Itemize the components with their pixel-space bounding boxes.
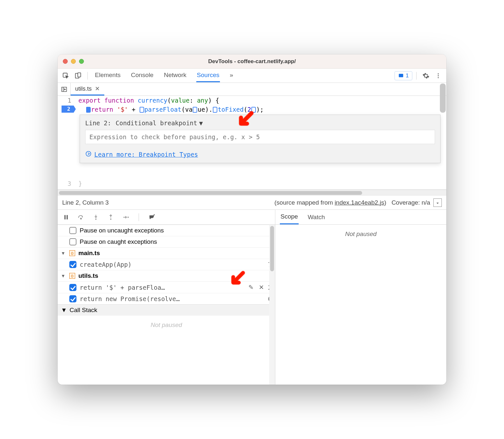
svg-point-6 <box>438 77 439 78</box>
tab-scope[interactable]: Scope <box>280 210 299 224</box>
chevron-down-icon: ▼ <box>199 119 203 127</box>
tab-sources[interactable]: Sources <box>196 69 220 82</box>
device-toolbar-icon[interactable] <box>73 70 84 81</box>
code-line-1: export function currency(value: any) { <box>74 96 219 105</box>
inspect-element-icon[interactable] <box>60 70 71 81</box>
step-icon[interactable] <box>121 213 130 222</box>
pause-uncaught-row[interactable]: Pause on uncaught exceptions <box>58 225 275 236</box>
devtools-window: DevTools - coffee-cart.netlify.app/ Elem… <box>58 54 446 385</box>
chevron-down-icon: ▼ <box>61 273 66 278</box>
scope-watch-pane: Scope Watch Not paused <box>275 210 446 385</box>
tab-network[interactable]: Network <box>163 69 187 82</box>
call-stack-header[interactable]: ▼ Call Stack <box>58 304 275 316</box>
close-window-button[interactable] <box>63 59 68 64</box>
breakpoint-item[interactable]: return new Promise(resolve… 6 <box>58 293 275 304</box>
code-editor[interactable]: 1 export function currency(value: any) {… <box>58 96 446 190</box>
tabs-overflow-button[interactable]: » <box>229 69 234 82</box>
issues-button[interactable]: 1 <box>395 71 412 80</box>
navigator-toggle-icon[interactable] <box>58 83 71 96</box>
edit-breakpoint-icon[interactable]: ✎ <box>247 284 255 291</box>
remove-breakpoint-icon[interactable]: ✕ <box>258 284 265 291</box>
conditional-breakpoint-popup: Line 2: Conditional breakpoint ▼ Learn m… <box>80 115 441 163</box>
editor-status-bar: Line 2, Column 3 (source mapped from ind… <box>58 196 446 210</box>
source-map-link[interactable]: index.1ac4eab2.js <box>335 199 384 206</box>
chevron-down-icon: ▼ <box>61 307 67 314</box>
file-tab-bar: utils.ts ✕ <box>58 83 446 96</box>
breakpoints-pane: Pause on uncaught exceptions Pause on ca… <box>58 210 275 385</box>
ts-file-icon: ⟨⟩ <box>69 273 75 279</box>
inline-breakpoint-icon[interactable] <box>193 107 197 113</box>
tab-console[interactable]: Console <box>130 69 154 82</box>
file-tab-utils[interactable]: utils.ts ✕ <box>71 83 104 96</box>
maximize-window-button[interactable] <box>79 59 84 64</box>
breakpoint-checkbox[interactable] <box>69 295 76 302</box>
tab-elements[interactable]: Elements <box>94 69 121 82</box>
svg-point-5 <box>438 75 439 76</box>
svg-rect-3 <box>399 74 403 77</box>
pause-caught-row[interactable]: Pause on caught exceptions <box>58 236 275 247</box>
file-tab-label: utils.ts <box>75 85 92 92</box>
breakpoints-list: Pause on uncaught exceptions Pause on ca… <box>58 225 275 385</box>
svg-rect-2 <box>78 73 81 77</box>
source-map-info: (source mapped from index.1ac4eab2.js) <box>274 199 386 206</box>
breakpoint-item[interactable]: return '$' + parseFloa… ✎ ✕ 2 <box>58 281 275 293</box>
coverage-info: Coverage: n/a <box>392 199 430 206</box>
breakpoint-checkbox[interactable] <box>69 284 76 291</box>
svg-point-13 <box>95 218 97 220</box>
left-pane-scrollbar[interactable] <box>269 225 275 385</box>
settings-icon[interactable] <box>420 70 431 81</box>
right-pane-tabs: Scope Watch <box>275 210 446 225</box>
checkbox-uncaught[interactable] <box>69 227 76 234</box>
learn-more-link[interactable]: Learn more: Breakpoint Types <box>94 151 198 158</box>
breakpoint-marker[interactable]: 2 <box>62 106 76 113</box>
step-out-icon[interactable] <box>106 213 115 222</box>
popup-line-label: Line 2: <box>85 119 111 127</box>
svg-point-12 <box>80 218 81 219</box>
annotation-arrow-icon <box>229 270 246 288</box>
debugger-toolbar <box>58 210 275 225</box>
breakpoint-checkbox[interactable] <box>69 261 76 268</box>
svg-point-4 <box>438 73 439 74</box>
inline-breakpoint-icon[interactable] <box>140 107 144 113</box>
svg-point-14 <box>110 218 111 220</box>
step-over-icon[interactable] <box>76 213 86 222</box>
titlebar: DevTools - coffee-cart.netlify.app/ <box>58 54 446 69</box>
breakpoint-item[interactable]: createApp(App) 7 <box>58 259 275 270</box>
main-toolbar: Elements Console Network Sources » 1 <box>58 69 446 83</box>
inline-breakpoint-icon[interactable] <box>86 107 91 113</box>
code-line-3: } <box>74 179 82 188</box>
close-file-tab-icon[interactable]: ✕ <box>95 85 100 92</box>
breakpoint-condition-input[interactable] <box>85 130 435 144</box>
svg-rect-10 <box>64 215 65 219</box>
ts-file-icon: ⟨⟩ <box>69 250 75 256</box>
deactivate-breakpoints-icon[interactable] <box>147 213 156 222</box>
annotation-arrow-icon <box>236 110 255 129</box>
svg-rect-11 <box>67 215 68 219</box>
tab-watch[interactable]: Watch <box>307 210 326 224</box>
svg-point-15 <box>127 216 129 218</box>
code-line-2: return '$' + parseFloat(vaue).toFixed(2)… <box>74 105 264 114</box>
scope-status: Not paused <box>275 225 446 243</box>
cursor-position: Line 2, Column 3 <box>62 199 109 206</box>
line-number-1[interactable]: 1 <box>58 96 74 105</box>
show-bottom-panel-icon[interactable] <box>433 198 442 207</box>
inline-breakpoint-icon[interactable] <box>213 107 217 113</box>
window-title: DevTools - coffee-cart.netlify.app/ <box>58 58 446 65</box>
breakpoint-type-dropdown[interactable]: Conditional breakpoint ▼ <box>116 119 203 127</box>
line-number-3[interactable]: 3 <box>58 179 74 188</box>
horizontal-scrollbar[interactable] <box>58 190 446 196</box>
panel-tabs: Elements Console Network Sources » <box>94 69 234 82</box>
kebab-menu-icon[interactable] <box>433 70 444 81</box>
arrow-right-circle-icon <box>85 151 92 158</box>
checkbox-caught[interactable] <box>69 238 76 245</box>
pause-icon[interactable] <box>62 213 71 222</box>
svg-point-9 <box>86 152 91 156</box>
traffic-lights <box>63 59 84 64</box>
debugger-panel: Pause on uncaught exceptions Pause on ca… <box>58 210 446 385</box>
minimize-window-button[interactable] <box>71 59 76 64</box>
breakpoint-file-main[interactable]: ▼ ⟨⟩ main.ts <box>58 247 275 259</box>
call-stack-status: Not paused <box>58 316 275 334</box>
step-into-icon[interactable] <box>91 213 100 222</box>
issues-count: 1 <box>406 73 409 79</box>
chevron-down-icon: ▼ <box>61 251 66 256</box>
